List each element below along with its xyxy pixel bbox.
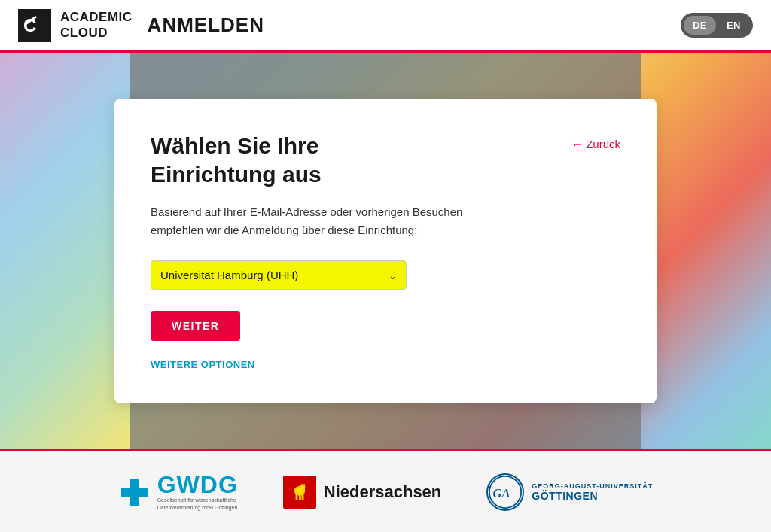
georg-text: GEORG-AUGUST-UNIVERSITÄT GÖTTINGEN: [532, 482, 653, 502]
app-header: C ACADEMIC CLOUD ANMELDEN DE EN: [0, 0, 771, 53]
card-inner: Wählen Sie Ihre Einrichtung aus ← Zurück…: [151, 132, 620, 370]
card-description: Basierend auf Ihrer E-Mail-Adresse oder …: [151, 203, 467, 239]
svg-rect-4: [121, 488, 148, 497]
georg-august-logo: GA GEORG-AUGUST-UNIVERSITÄT GÖTTINGEN: [486, 473, 653, 511]
gwdg-logo: GWDG Gesellschaft für wissenschaftlicheD…: [118, 473, 238, 510]
lang-en-button[interactable]: EN: [718, 16, 750, 35]
academic-cloud-logo-icon: C: [18, 9, 51, 42]
niedersachsen-label: Niedersachsen: [324, 482, 442, 502]
content-wrapper: Wählen Sie Ihre Einrichtung aus ← Zurück…: [0, 53, 771, 449]
svg-rect-8: [299, 494, 301, 500]
language-toggle: DE EN: [681, 13, 753, 38]
logo-area: C ACADEMIC CLOUD: [18, 9, 133, 42]
svg-rect-9: [301, 493, 303, 500]
card-header-row: Wählen Sie Ihre Einrichtung aus ← Zurück: [151, 132, 620, 188]
georg-university-top: GEORG-AUGUST-UNIVERSITÄT: [532, 482, 653, 490]
more-options-link[interactable]: WEITERE OPTIONEN: [151, 359, 620, 370]
header-left: C ACADEMIC CLOUD ANMELDEN: [18, 9, 264, 42]
main-content: Wählen Sie Ihre Einrichtung aus ← Zurück…: [0, 53, 771, 449]
svg-text:GA: GA: [493, 486, 510, 500]
footer: GWDG Gesellschaft für wissenschaftlicheD…: [0, 449, 771, 532]
gwdg-cross-icon: [118, 476, 151, 509]
svg-rect-11: [303, 484, 305, 488]
niedersachsen-logo: Niedersachsen: [283, 476, 442, 509]
back-link[interactable]: ← Zurück: [571, 138, 620, 150]
weiter-button[interactable]: WEITER: [151, 311, 240, 341]
logo-text: ACADEMIC CLOUD: [60, 10, 133, 41]
gwdg-name: GWDG: [157, 473, 238, 497]
gwdg-text: GWDG Gesellschaft für wissenschaftlicheD…: [157, 473, 238, 510]
login-card: Wählen Sie Ihre Einrichtung aus ← Zurück…: [114, 99, 657, 403]
gwdg-subtitle: Gesellschaft für wissenschaftlicheDatenv…: [157, 497, 238, 510]
card-title: Wählen Sie Ihre Einrichtung aus: [151, 132, 422, 188]
lang-de-button[interactable]: DE: [684, 16, 716, 35]
niedersachsen-horse-badge: [283, 476, 316, 509]
svg-rect-7: [295, 493, 297, 500]
institution-dropdown-wrapper: Universität Hamburg (UHH) ⌄: [151, 260, 407, 290]
institution-dropdown[interactable]: Universität Hamburg (UHH): [151, 260, 407, 290]
ga-initials-circle: GA: [486, 473, 524, 511]
georg-university-bottom: GÖTTINGEN: [532, 490, 653, 502]
page-title: ANMELDEN: [148, 14, 264, 37]
